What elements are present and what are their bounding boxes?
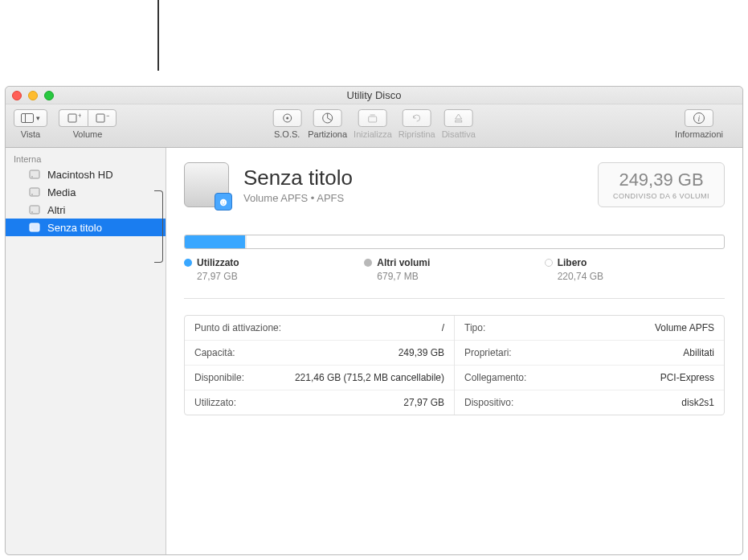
unmount-label: Disattiva	[442, 129, 476, 139]
volume-name: Senza titolo	[243, 166, 353, 190]
svg-rect-13	[30, 170, 39, 178]
svg-rect-0	[22, 114, 34, 123]
titlebar: Utility Disco	[6, 87, 742, 104]
sidebar-item-macintosh-hd[interactable]: Macintosh HD	[6, 166, 166, 183]
detail-row: Proprietari:Abilitati	[455, 341, 724, 366]
legend-free-label: Libero	[558, 257, 587, 268]
volume-add-button[interactable]: +	[59, 109, 88, 127]
callout-pointer	[157, 0, 159, 71]
volume-label: Volume	[73, 129, 103, 139]
eject-icon	[452, 112, 465, 125]
svg-rect-2	[68, 114, 76, 122]
callout-bracket	[149, 190, 163, 263]
info-icon: i	[693, 112, 705, 125]
sidebar-item-label: Macintosh HD	[47, 169, 113, 181]
svg-point-16	[31, 194, 33, 195]
svg-rect-19	[30, 223, 39, 231]
volume-plus-icon: +	[67, 112, 81, 124]
disk-utility-window: Utility Disco ▾ Vista + − Volume	[5, 86, 743, 555]
restore-button	[403, 109, 431, 127]
detail-row: Capacità:249,39 GB	[185, 341, 454, 366]
svg-text:+: +	[78, 112, 81, 120]
detail-row: Disponibile:221,46 GB (715,2 MB cancella…	[185, 366, 454, 390]
window-title: Utility Disco	[6, 89, 742, 101]
legend-free-value: 220,74 GB	[558, 271, 725, 282]
partition-button[interactable]	[313, 109, 342, 127]
svg-text:i: i	[698, 114, 701, 123]
sos-label: S.O.S.	[274, 129, 300, 139]
legend-used-value: 27,97 GB	[197, 271, 364, 282]
svg-point-18	[31, 211, 33, 213]
svg-rect-15	[30, 188, 39, 196]
svg-rect-4	[96, 114, 104, 122]
capacity-shared-note: CONDIVISO DA 6 VOLUMI	[613, 192, 709, 200]
sidebar-item-altri[interactable]: Altri	[6, 201, 166, 219]
svg-text:−: −	[106, 112, 109, 120]
sidebar-section-internal: Interna	[6, 153, 166, 166]
chevron-down-icon: ▾	[36, 114, 40, 122]
svg-point-14	[31, 176, 33, 178]
sidebar-item-label: Senza titolo	[47, 222, 102, 234]
erase-icon	[366, 112, 379, 125]
view-label: Vista	[21, 129, 40, 139]
erase-label: Inizializza	[354, 129, 392, 139]
toolbar: ▾ Vista + − Volume S.O.S.	[6, 104, 742, 148]
unmount-button	[444, 109, 473, 127]
svg-rect-17	[30, 206, 39, 214]
usage-bar-used	[185, 235, 245, 248]
finder-badge-icon: ☻	[215, 193, 232, 211]
restore-icon	[411, 112, 423, 125]
info-button[interactable]: i	[685, 109, 713, 127]
legend-dot-free	[545, 259, 553, 267]
detail-row: Tipo:Volume APFS	[455, 316, 724, 341]
usage-bar-other	[245, 235, 247, 248]
sidebar: Interna Macintosh HD Media Altri Senza t…	[6, 148, 166, 554]
volume-minus-icon: −	[95, 112, 109, 124]
capacity-value: 249,39 GB	[613, 170, 709, 190]
capacity-box: 249,39 GB CONDIVISO DA 6 VOLUMI	[598, 162, 725, 207]
legend-used-label: Utilizzato	[197, 257, 239, 268]
svg-point-20	[31, 229, 33, 231]
disk-icon	[28, 186, 41, 198]
disk-icon	[28, 203, 41, 216]
info-label: Informazioni	[675, 129, 723, 139]
legend-other-value: 679,7 MB	[377, 271, 544, 282]
detail-row: Collegamento:PCI-Express	[455, 366, 724, 390]
sidebar-item-media[interactable]: Media	[6, 183, 166, 201]
disk-icon	[28, 221, 41, 234]
details-table: Punto di attivazione:/ Capacità:249,39 G…	[184, 315, 725, 415]
sidebar-item-label: Altri	[47, 204, 65, 216]
volume-remove-button[interactable]: −	[88, 109, 116, 127]
svg-point-7	[286, 117, 288, 120]
usage-bar	[184, 235, 725, 249]
detail-row: Dispositivo:disk2s1	[455, 390, 724, 415]
sidebar-item-label: Media	[47, 186, 76, 198]
legend-dot-used	[184, 259, 192, 267]
sidebar-icon	[21, 113, 34, 123]
volume-icon: ☻	[184, 162, 229, 207]
legend-other-label: Altri volumi	[377, 257, 430, 268]
sidebar-item-senza-titolo[interactable]: Senza titolo	[6, 219, 166, 236]
erase-button	[358, 109, 387, 127]
legend-dot-other	[364, 259, 372, 267]
partition-label: Partiziona	[308, 129, 347, 139]
pie-icon	[321, 112, 334, 125]
detail-row: Utilizzato:27,97 GB	[185, 390, 454, 415]
svg-rect-10	[456, 121, 462, 122]
restore-label: Ripristina	[399, 129, 435, 139]
disk-icon	[28, 168, 41, 181]
divider	[184, 298, 725, 299]
detail-row: Punto di attivazione:/	[185, 316, 454, 341]
sos-button[interactable]	[272, 109, 301, 127]
main-content: ☻ Senza titolo Volume APFS • APFS 249,39…	[166, 148, 742, 554]
view-button[interactable]: ▾	[14, 109, 47, 127]
stethoscope-icon	[280, 112, 293, 125]
volume-subtitle: Volume APFS • APFS	[243, 192, 353, 204]
svg-rect-9	[369, 116, 377, 122]
